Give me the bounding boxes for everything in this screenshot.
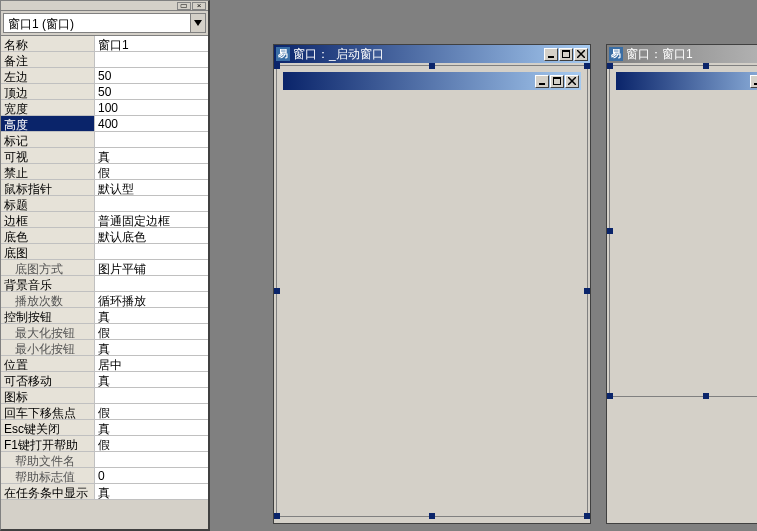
property-value[interactable]: 窗口1 <box>95 36 208 51</box>
resize-handle-bl[interactable] <box>274 513 280 519</box>
inner-minimize-button[interactable] <box>750 75 757 88</box>
designer-window-secondary[interactable]: 易 窗口：窗口1 <box>606 44 757 524</box>
svg-rect-3 <box>539 83 545 85</box>
property-row[interactable]: 控制按钮真 <box>1 308 208 324</box>
resize-handle-ml[interactable] <box>274 288 280 294</box>
minimize-icon <box>547 50 555 58</box>
resize-handle-bc[interactable] <box>703 393 709 399</box>
property-value[interactable]: 50 <box>95 68 208 83</box>
resize-handle-ml[interactable] <box>607 228 613 234</box>
minimize-icon <box>538 77 546 85</box>
form-canvas[interactable] <box>609 65 757 397</box>
maximize-button[interactable] <box>559 48 573 61</box>
property-value[interactable]: 真 <box>95 340 208 355</box>
property-row[interactable]: 备注 <box>1 52 208 68</box>
property-row[interactable]: 标题 <box>1 196 208 212</box>
property-value[interactable]: 假 <box>95 164 208 179</box>
object-selector-arrow[interactable] <box>190 13 206 33</box>
property-value[interactable]: 默认型 <box>95 180 208 195</box>
property-row[interactable]: 背景音乐 <box>1 276 208 292</box>
property-row[interactable]: 宽度100 <box>1 100 208 116</box>
property-value[interactable]: 循环播放 <box>95 292 208 307</box>
property-row[interactable]: 最大化按钮假 <box>1 324 208 340</box>
resize-handle-bc[interactable] <box>429 513 435 519</box>
property-row[interactable]: 回车下移焦点假 <box>1 404 208 420</box>
designer-window-main[interactable]: 易 窗口：_启动窗口 <box>273 44 591 524</box>
property-value[interactable] <box>95 196 208 211</box>
property-value[interactable] <box>95 132 208 147</box>
property-value[interactable]: 假 <box>95 324 208 339</box>
property-value[interactable] <box>95 52 208 67</box>
property-value[interactable]: 400 <box>95 116 208 131</box>
resize-handle-br[interactable] <box>584 513 590 519</box>
maximize-icon <box>553 77 561 85</box>
property-row[interactable]: 帮助文件名 <box>1 452 208 468</box>
close-button[interactable] <box>574 48 588 61</box>
property-row[interactable]: 播放次数循环播放 <box>1 292 208 308</box>
property-row[interactable]: 名称窗口1 <box>1 36 208 52</box>
minimize-button[interactable] <box>544 48 558 61</box>
property-value[interactable]: 真 <box>95 372 208 387</box>
selection-handles <box>277 66 587 516</box>
designer-titlebar[interactable]: 易 窗口：_启动窗口 <box>274 45 590 63</box>
panel-dock-button[interactable]: ▭ <box>177 2 191 10</box>
resize-handle-tl[interactable] <box>274 63 280 69</box>
property-row[interactable]: 标记 <box>1 132 208 148</box>
property-row[interactable]: F1键打开帮助假 <box>1 436 208 452</box>
object-selector[interactable]: 窗口1 (窗口) <box>3 13 206 33</box>
panel-close-button[interactable]: × <box>192 2 206 10</box>
property-label: Esc键关闭 <box>1 420 95 435</box>
property-label: 底图方式 <box>1 260 95 275</box>
resize-handle-tc[interactable] <box>429 63 435 69</box>
property-row[interactable]: 底图 <box>1 244 208 260</box>
property-value[interactable]: 图片平铺 <box>95 260 208 275</box>
property-value[interactable]: 100 <box>95 100 208 115</box>
property-value[interactable]: 真 <box>95 308 208 323</box>
property-value[interactable] <box>95 388 208 403</box>
property-row[interactable]: 左边50 <box>1 68 208 84</box>
inner-titlebar[interactable] <box>283 72 581 90</box>
inner-minimize-button[interactable] <box>535 75 549 88</box>
property-row[interactable]: 禁止假 <box>1 164 208 180</box>
property-value[interactable]: 真 <box>95 420 208 435</box>
inner-close-button[interactable] <box>565 75 579 88</box>
property-value[interactable]: 50 <box>95 84 208 99</box>
property-row[interactable]: 顶边50 <box>1 84 208 100</box>
property-row[interactable]: 鼠标指针默认型 <box>1 180 208 196</box>
property-value[interactable] <box>95 452 208 467</box>
property-row[interactable]: 高度400 <box>1 116 208 132</box>
resize-handle-tl[interactable] <box>607 63 613 69</box>
property-value[interactable]: 默认底色 <box>95 228 208 243</box>
property-value[interactable]: 假 <box>95 404 208 419</box>
property-value[interactable]: 0 <box>95 468 208 483</box>
property-row[interactable]: 位置居中 <box>1 356 208 372</box>
property-row[interactable]: 在任务条中显示真 <box>1 484 208 500</box>
property-row[interactable]: 底色默认底色 <box>1 228 208 244</box>
property-row[interactable]: Esc键关闭真 <box>1 420 208 436</box>
property-value[interactable]: 真 <box>95 148 208 163</box>
property-row[interactable]: 边框普通固定边框 <box>1 212 208 228</box>
inner-titlebar[interactable] <box>616 72 757 90</box>
inner-window[interactable] <box>616 72 757 90</box>
property-row[interactable]: 底图方式图片平铺 <box>1 260 208 276</box>
property-row[interactable]: 帮助标志值0 <box>1 468 208 484</box>
property-value[interactable] <box>95 244 208 259</box>
property-row[interactable]: 可否移动真 <box>1 372 208 388</box>
property-value[interactable]: 居中 <box>95 356 208 371</box>
resize-handle-bl[interactable] <box>607 393 613 399</box>
property-value[interactable]: 真 <box>95 484 208 499</box>
designer-titlebar[interactable]: 易 窗口：窗口1 <box>607 45 757 63</box>
property-grid[interactable]: 名称窗口1备注左边50顶边50宽度100高度400标记可视真禁止假鼠标指针默认型… <box>1 35 208 500</box>
inner-maximize-button[interactable] <box>550 75 564 88</box>
property-row[interactable]: 最小化按钮真 <box>1 340 208 356</box>
property-value[interactable]: 普通固定边框 <box>95 212 208 227</box>
form-canvas[interactable] <box>276 65 588 517</box>
resize-handle-tc[interactable] <box>703 63 709 69</box>
resize-handle-tr[interactable] <box>584 63 590 69</box>
property-row[interactable]: 图标 <box>1 388 208 404</box>
inner-window[interactable] <box>283 72 581 90</box>
property-value[interactable] <box>95 276 208 291</box>
resize-handle-mr[interactable] <box>584 288 590 294</box>
property-row[interactable]: 可视真 <box>1 148 208 164</box>
property-value[interactable]: 假 <box>95 436 208 451</box>
